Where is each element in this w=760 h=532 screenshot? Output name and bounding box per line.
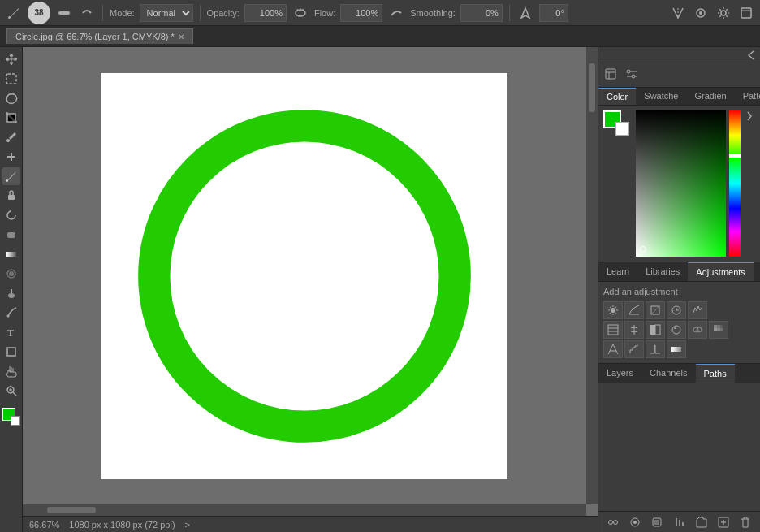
symmetry-icon[interactable] (669, 4, 687, 22)
tab-channels[interactable]: Channels (641, 364, 695, 383)
svg-rect-22 (7, 348, 15, 356)
adjustment-layer-btn[interactable] (671, 515, 687, 530)
opacity-input[interactable] (244, 4, 287, 22)
colorlookup-adj-btn[interactable] (709, 321, 728, 339)
brush-size-indicator[interactable]: 38 (28, 2, 50, 24)
group-layers-btn[interactable] (693, 515, 710, 530)
channelmixer-adj-btn[interactable] (688, 321, 707, 339)
panel-collapse-button[interactable] (745, 50, 757, 61)
gear-icon[interactable] (715, 4, 732, 22)
background-color[interactable] (11, 416, 20, 426)
select-tool[interactable] (2, 70, 20, 88)
document-tab-title: Circle.jpg @ 66.7% (Layer 1, CMYK/8) * (15, 32, 175, 41)
heal-tool[interactable] (2, 148, 20, 166)
mask-btn[interactable] (649, 515, 665, 530)
tab-learn[interactable]: Learn (598, 262, 637, 281)
zoom-tool[interactable] (2, 382, 20, 400)
levels-adj-btn[interactable] (624, 301, 644, 319)
angle-input[interactable] (539, 4, 568, 22)
tab-color[interactable]: Color (598, 88, 636, 105)
tab-layers[interactable]: Layers (598, 364, 641, 383)
invert-adj-btn[interactable] (603, 340, 623, 358)
gradientmap-adj-btn[interactable] (667, 340, 686, 358)
background-swatch[interactable] (615, 122, 629, 136)
tab-patterns[interactable]: Patterns (735, 88, 760, 105)
crop-tool[interactable] (2, 109, 20, 127)
layer-style-btn[interactable] (627, 515, 643, 530)
brightness-adj-btn[interactable] (603, 301, 623, 319)
tab-swatche[interactable]: Swatche (636, 88, 686, 105)
top-toolbar: 38 Mode: Normal Opacity: Flow: Smoothing… (0, 0, 760, 26)
svg-rect-56 (720, 328, 723, 331)
smoothing-input[interactable] (460, 4, 503, 22)
brush-tool[interactable] (2, 167, 20, 185)
panel-expand-arrow[interactable] (744, 110, 755, 122)
nav-arrow[interactable]: > (185, 520, 190, 530)
svg-point-17 (9, 271, 14, 276)
libraries-panel-icon[interactable] (600, 65, 621, 85)
hand-tool[interactable] (2, 362, 20, 380)
horizontal-scroll-thumb[interactable] (47, 507, 96, 513)
threshold-adj-btn[interactable] (646, 340, 665, 358)
canvas-vertical-scrollbar[interactable] (586, 47, 598, 504)
add-adjustment-label: Add an adjustment (603, 287, 755, 296)
canvas-dimensions: 1080 px x 1080 px (72 ppi) (69, 520, 175, 530)
canvas[interactable] (101, 73, 507, 479)
document-tab[interactable]: Circle.jpg @ 66.7% (Layer 1, CMYK/8) * ✕ (6, 28, 193, 44)
color-picker-field[interactable] (636, 110, 726, 257)
gradient-tool[interactable] (2, 245, 20, 263)
history-tool[interactable] (2, 206, 20, 224)
move-tool[interactable] (2, 50, 20, 68)
svg-rect-41 (608, 325, 618, 335)
pen-tool[interactable] (2, 304, 20, 322)
flow-input[interactable] (340, 4, 382, 22)
canvas-horizontal-scrollbar[interactable] (23, 504, 586, 516)
brush-tool-icon[interactable] (5, 4, 23, 22)
hue-slider[interactable] (729, 110, 741, 257)
svg-point-12 (6, 179, 8, 182)
airbrush-icon[interactable] (291, 4, 309, 22)
close-tab-icon[interactable]: ✕ (178, 32, 184, 41)
eyedropper-tool[interactable] (2, 128, 20, 146)
bw-adj-btn[interactable] (646, 321, 665, 339)
blur-tool[interactable] (2, 265, 20, 283)
lasso-tool[interactable] (2, 89, 20, 107)
tab-paths[interactable]: Paths (696, 364, 735, 383)
link-layers-btn[interactable] (605, 515, 621, 530)
vertical-scroll-thumb[interactable] (589, 63, 595, 112)
tab-adjustments[interactable]: Adjustments (688, 262, 754, 281)
svg-rect-10 (6, 74, 16, 84)
exposure-adj-btn[interactable] (667, 301, 686, 319)
vibrance-adj-btn[interactable] (688, 301, 707, 319)
adjustments-panel-icon[interactable] (621, 65, 642, 85)
stamp-tool[interactable] (2, 187, 20, 205)
canvas-container[interactable] (23, 47, 586, 504)
delete-layer-btn[interactable] (737, 515, 754, 530)
tool-option-1[interactable] (55, 4, 73, 22)
tab-gradient[interactable]: Gradien (687, 88, 735, 105)
tool-option-2[interactable] (78, 4, 96, 22)
svg-rect-1 (58, 11, 70, 15)
type-tool[interactable]: T (2, 323, 20, 341)
new-layer-btn[interactable] (715, 515, 732, 530)
eraser-tool[interactable] (2, 226, 20, 244)
canvas-area: 66.67% 1080 px x 1080 px (72 ppi) > (23, 47, 598, 532)
svg-line-24 (13, 392, 16, 396)
hue-slider-handle (729, 154, 741, 158)
curves-adj-btn[interactable] (646, 301, 665, 319)
dodge-tool[interactable] (2, 284, 20, 302)
color-tabs: Color Swatche Gradien Patterns (598, 88, 760, 106)
posterize-adj-btn[interactable] (624, 340, 644, 358)
brush-settings-icon[interactable] (692, 4, 710, 22)
mode-select[interactable]: Normal (140, 4, 193, 22)
shape-tool[interactable] (2, 343, 20, 361)
colorbalance-adj-btn[interactable] (624, 321, 644, 339)
smoothing-icon[interactable] (387, 4, 405, 22)
fg-bg-color-boxes[interactable] (2, 408, 20, 426)
window-icon[interactable] (737, 4, 755, 22)
photofilter-adj-btn[interactable] (667, 321, 686, 339)
svg-text:T: T (7, 327, 14, 339)
hsl-adj-btn[interactable] (603, 321, 623, 339)
angle-icon[interactable] (516, 4, 534, 22)
tab-libraries[interactable]: Libraries (637, 262, 688, 281)
